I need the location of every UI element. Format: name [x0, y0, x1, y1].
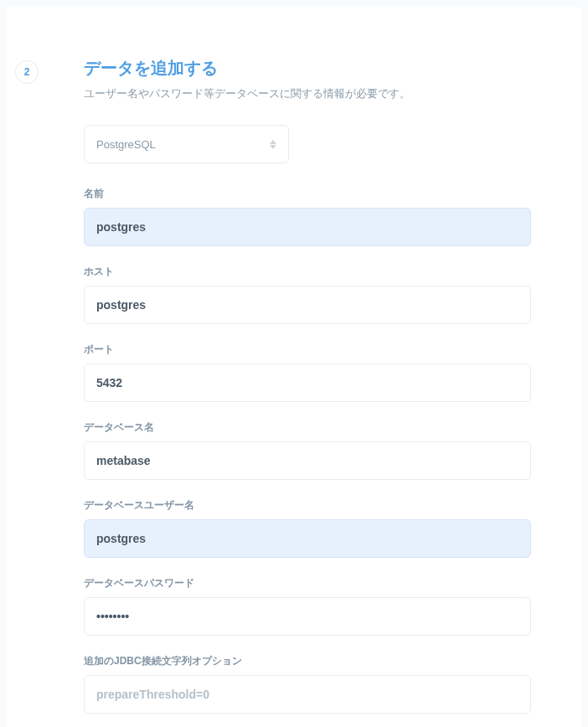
port-label: ポート: [84, 343, 531, 357]
port-input[interactable]: [84, 364, 531, 402]
host-label: ホスト: [84, 265, 531, 279]
password-label: データベースパスワード: [84, 576, 531, 590]
db-type-selected: PostgreSQL: [96, 138, 156, 151]
user-label: データベースユーザー名: [84, 498, 531, 513]
host-input[interactable]: [84, 286, 531, 324]
dbname-label: データベース名: [84, 420, 531, 435]
name-label: 名前: [84, 187, 531, 201]
db-type-select[interactable]: PostgreSQL: [84, 125, 289, 163]
page-title: データを追加する: [84, 57, 531, 80]
password-input[interactable]: [84, 597, 531, 636]
jdbc-input[interactable]: [84, 675, 531, 714]
step-number: 2: [24, 66, 30, 78]
step-marker: 2: [15, 60, 39, 84]
page-subtitle: ユーザー名やパスワード等データベースに関する情報が必要です。: [84, 86, 531, 101]
name-input[interactable]: [84, 208, 531, 246]
jdbc-label: 追加のJDBC接続文字列オプション: [84, 654, 531, 668]
user-input[interactable]: [84, 519, 531, 558]
chevron-up-down-icon: [270, 140, 276, 149]
dbname-input[interactable]: [84, 441, 531, 480]
